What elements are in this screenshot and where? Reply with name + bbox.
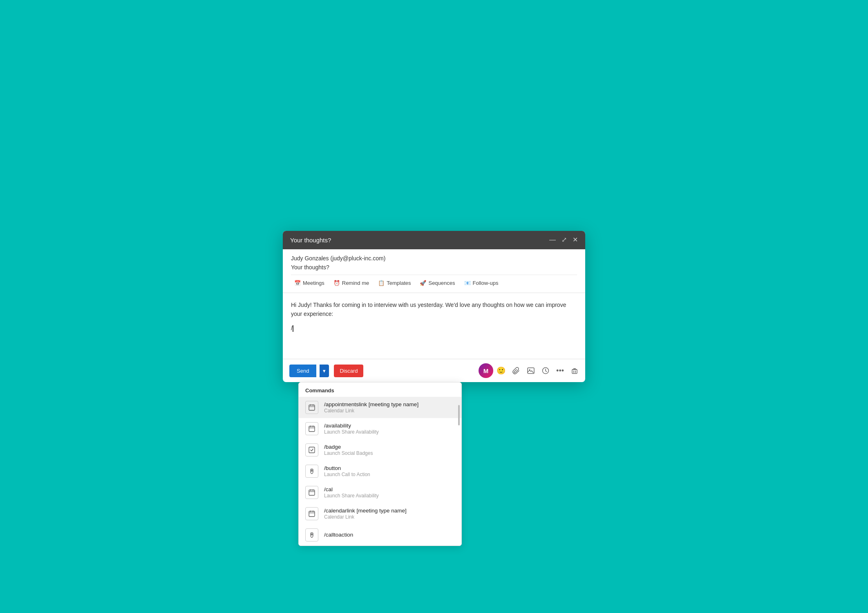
toolbar-followups-label: Follow-ups — [473, 280, 499, 286]
alarm-icon: ⏰ — [333, 280, 340, 286]
toolbar-sequences-label: Sequences — [428, 280, 455, 286]
command-calendarlink-name: /calendarlink [meeting type name] — [324, 508, 407, 514]
minimize-button[interactable]: — — [549, 237, 556, 243]
commands-dropdown: Commands /appointmentslink [meeting type… — [298, 382, 462, 546]
command-availability-desc: Launch Share Availability — [324, 429, 379, 435]
command-button-name: /button — [324, 465, 370, 471]
schedule-button[interactable] — [541, 367, 550, 375]
badge-icon — [305, 443, 318, 456]
close-button[interactable]: ✕ — [573, 237, 578, 243]
toolbar-remindme-button[interactable]: ⏰ Remind me — [330, 278, 372, 288]
svg-rect-13 — [309, 511, 315, 517]
more-button[interactable]: ••• — [556, 367, 564, 375]
attach-button[interactable] — [512, 367, 520, 375]
toolbar-sequences-button[interactable]: 🚀 Sequences — [416, 278, 458, 288]
svg-rect-20 — [572, 369, 577, 374]
toolbar-row: 📅 Meetings ⏰ Remind me 📋 Templates 🚀 Seq… — [291, 275, 577, 289]
commands-list: /appointmentslink [meeting type name] Ca… — [299, 397, 461, 546]
emoji-button[interactable]: 🙂 — [497, 366, 506, 375]
commands-header: Commands — [299, 383, 461, 397]
svg-rect-4 — [309, 426, 315, 432]
send-arrow-button[interactable]: ▾ — [320, 365, 329, 377]
send-button[interactable]: Send — [289, 365, 316, 377]
title-bar: Your thoughts? — ⤢ ✕ — [283, 231, 585, 249]
command-availability-name: /availability — [324, 423, 379, 429]
email-compose-modal: Your thoughts? — ⤢ ✕ Judy Gonzales (judy… — [283, 231, 585, 382]
command-button-text: /button Launch Call to Action — [324, 465, 370, 477]
command-appointmentslink-name: /appointmentslink [meeting type name] — [324, 401, 418, 407]
footer-row: Send ▾ Discard M 🙂 — [283, 359, 585, 382]
email-to: Judy Gonzales (judy@pluck-inc.com) — [291, 255, 577, 262]
hand-icon — [305, 465, 318, 478]
command-cal-text: /cal Launch Share Availability — [324, 486, 379, 499]
command-calendarlink-text: /calendarlink [meeting type name] Calend… — [324, 508, 407, 520]
toolbar-remindme-label: Remind me — [342, 280, 369, 286]
email-body: Hi Judy! Thanks for coming in to intervi… — [283, 293, 585, 334]
footer-icons: 🙂 ••• — [497, 366, 579, 375]
command-appointmentslink-desc: Calendar Link — [324, 408, 418, 414]
calendar-icon — [305, 507, 318, 520]
toolbar-meetings-button[interactable]: 📅 Meetings — [291, 278, 328, 288]
command-appointmentslink-text: /appointmentslink [meeting type name] Ca… — [324, 401, 418, 414]
calendar-icon: 📅 — [294, 280, 301, 286]
command-calendarlink-desc: Calendar Link — [324, 514, 407, 520]
command-item-badge[interactable]: /badge Launch Social Badges — [299, 439, 461, 461]
command-cal-name: /cal — [324, 486, 379, 492]
calendar-icon — [305, 422, 318, 435]
discard-button[interactable]: Discard — [334, 365, 363, 377]
email-body-text: Hi Judy! Thanks for coming in to intervi… — [291, 300, 577, 319]
calendar-icon — [305, 486, 318, 499]
calendar-icon — [305, 401, 318, 414]
title-bar-controls: — ⤢ ✕ — [549, 237, 578, 243]
command-calltoaction-text: /calltoaction — [324, 532, 353, 538]
email-header: Judy Gonzales (judy@pluck-inc.com) Your … — [283, 249, 585, 293]
svg-rect-8 — [309, 447, 315, 453]
command-availability-text: /availability Launch Share Availability — [324, 423, 379, 435]
toolbar-templates-button[interactable]: 📋 Templates — [375, 278, 414, 288]
command-cal-desc: Launch Share Availability — [324, 493, 379, 499]
expand-button[interactable]: ⤢ — [562, 237, 567, 243]
document-icon: 📋 — [378, 280, 385, 286]
body-spacer — [283, 334, 585, 359]
command-item-availability[interactable]: /availability Launch Share Availability — [299, 418, 461, 439]
hand-icon — [305, 528, 318, 541]
command-item-cal[interactable]: /cal Launch Share Availability — [299, 482, 461, 503]
window-title: Your thoughts? — [290, 237, 331, 244]
command-button-desc: Launch Call to Action — [324, 472, 370, 477]
svg-rect-9 — [309, 490, 315, 495]
rocket-icon: 🚀 — [420, 280, 426, 286]
command-item-button[interactable]: /button Launch Call to Action — [299, 461, 461, 482]
svg-rect-0 — [309, 405, 315, 410]
delete-button[interactable] — [570, 367, 579, 375]
avatar: M — [479, 363, 493, 378]
email-subject: Your thoughts? — [291, 264, 577, 271]
cursor-line[interactable]: / — [291, 324, 577, 333]
command-badge-text: /badge Launch Social Badges — [324, 444, 373, 456]
toolbar-templates-label: Templates — [387, 280, 411, 286]
command-calltoaction-name: /calltoaction — [324, 532, 353, 538]
command-badge-desc: Launch Social Badges — [324, 450, 373, 456]
command-item-appointmentslink[interactable]: /appointmentslink [meeting type name] Ca… — [299, 397, 461, 418]
command-item-calendarlink[interactable]: /calendarlink [meeting type name] Calend… — [299, 503, 461, 524]
email-icon: 📧 — [464, 280, 471, 286]
command-badge-name: /badge — [324, 444, 373, 450]
toolbar-followups-button[interactable]: 📧 Follow-ups — [461, 278, 502, 288]
image-button[interactable] — [527, 367, 535, 375]
toolbar-meetings-label: Meetings — [303, 280, 324, 286]
command-item-calltoaction[interactable]: /calltoaction — [299, 524, 461, 546]
